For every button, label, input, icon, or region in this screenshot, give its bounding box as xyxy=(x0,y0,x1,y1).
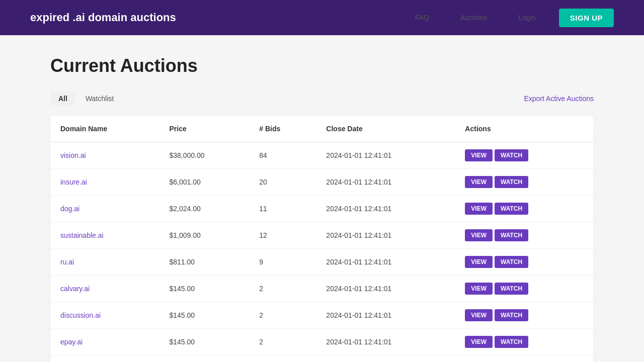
main-content: Current Auctions All Watchlist Export Ac… xyxy=(20,35,624,362)
price-cell: $145.00 xyxy=(159,276,250,302)
nav-faq[interactable]: FAQ xyxy=(407,11,437,25)
bids-cell: 84 xyxy=(249,142,316,169)
view-button[interactable]: VIEW xyxy=(465,309,493,321)
bids-cell: 2 xyxy=(249,355,316,363)
close-date-cell: 2024-01-01 12:41:01 xyxy=(316,169,455,196)
actions-cell: VIEWWATCH xyxy=(455,302,594,329)
bids-cell: 12 xyxy=(249,222,316,249)
table-row: insure.ai$6,001.00202024-01-01 12:41:01V… xyxy=(50,169,594,196)
nav-login[interactable]: Login xyxy=(511,11,544,25)
view-button[interactable]: VIEW xyxy=(465,283,493,295)
view-button[interactable]: VIEW xyxy=(465,336,493,348)
table-header: Domain Name Price # Bids Close Date Acti… xyxy=(50,116,594,142)
nav-auctions[interactable]: Auctions xyxy=(452,11,496,25)
close-date-cell: 2024-01-01 12:41:01 xyxy=(316,355,455,363)
price-cell: $6,001.00 xyxy=(159,169,250,196)
watch-button[interactable]: WATCH xyxy=(495,256,528,268)
domain-link[interactable]: calvary.ai xyxy=(60,285,90,293)
signup-button[interactable]: SIGN UP xyxy=(559,9,614,27)
filter-tabs: All Watchlist xyxy=(50,92,122,106)
watch-button[interactable]: WATCH xyxy=(495,309,528,321)
actions-cell: VIEWWATCH xyxy=(455,249,594,276)
price-cell: $145.00 xyxy=(159,329,250,355)
price-cell: $1,009.00 xyxy=(159,222,250,249)
watch-button[interactable]: WATCH xyxy=(495,229,528,241)
page-title: Current Auctions xyxy=(50,55,594,76)
col-domain: Domain Name xyxy=(50,116,159,142)
price-cell: $145.00 xyxy=(159,302,250,329)
actions-cell: VIEWWATCH xyxy=(455,355,594,363)
actions-cell: VIEWWATCH xyxy=(455,329,594,355)
actions-cell: VIEWWATCH xyxy=(455,196,594,222)
table-row: he.ai$145.0022024-01-01 12:41:01VIEWWATC… xyxy=(50,355,594,363)
actions-cell: VIEWWATCH xyxy=(455,222,594,249)
col-price: Price xyxy=(159,116,250,142)
table-row: epay.ai$145.0022024-01-01 12:41:01VIEWWA… xyxy=(50,329,594,355)
col-close-date: Close Date xyxy=(316,116,455,142)
domain-link[interactable]: ru.ai xyxy=(60,258,74,266)
site-header: expired .ai domain auctions FAQ Auctions… xyxy=(0,0,644,35)
view-button[interactable]: VIEW xyxy=(465,256,493,268)
close-date-cell: 2024-01-01 12:41:01 xyxy=(316,142,455,169)
export-auctions-link[interactable]: Export Active Auctions xyxy=(524,95,594,103)
table-row: dog.ai$2,024.00112024-01-01 12:41:01VIEW… xyxy=(50,196,594,222)
price-cell: $2,024.00 xyxy=(159,196,250,222)
col-actions: Actions xyxy=(455,116,594,142)
table-row: calvary.ai$145.0022024-01-01 12:41:01VIE… xyxy=(50,276,594,302)
auctions-table: Domain Name Price # Bids Close Date Acti… xyxy=(50,116,594,362)
domain-link[interactable]: discussion.ai xyxy=(60,311,101,319)
close-date-cell: 2024-01-01 12:41:01 xyxy=(316,276,455,302)
table-row: ru.ai$811.0092024-01-01 12:41:01VIEWWATC… xyxy=(50,249,594,276)
col-bids: # Bids xyxy=(249,116,316,142)
watch-button[interactable]: WATCH xyxy=(495,203,528,215)
price-cell: $145.00 xyxy=(159,355,250,363)
bids-cell: 2 xyxy=(249,329,316,355)
close-date-cell: 2024-01-01 12:41:01 xyxy=(316,329,455,355)
price-cell: $38,000.00 xyxy=(159,142,250,169)
watch-button[interactable]: WATCH xyxy=(495,283,528,295)
view-button[interactable]: VIEW xyxy=(465,176,493,188)
table-body: vision.ai$38,000.00842024-01-01 12:41:01… xyxy=(50,142,594,363)
close-date-cell: 2024-01-01 12:41:01 xyxy=(316,196,455,222)
bids-cell: 11 xyxy=(249,196,316,222)
main-nav: FAQ Auctions Login SIGN UP xyxy=(407,9,614,27)
domain-link[interactable]: dog.ai xyxy=(60,205,79,213)
tab-all[interactable]: All xyxy=(50,92,75,106)
domain-link[interactable]: sustainable.ai xyxy=(60,231,104,239)
price-cell: $811.00 xyxy=(159,249,250,276)
close-date-cell: 2024-01-01 12:41:01 xyxy=(316,222,455,249)
table-row: discussion.ai$145.0022024-01-01 12:41:01… xyxy=(50,302,594,329)
table-row: sustainable.ai$1,009.00122024-01-01 12:4… xyxy=(50,222,594,249)
domain-link[interactable]: insure.ai xyxy=(60,178,87,186)
actions-cell: VIEWWATCH xyxy=(455,276,594,302)
domain-link[interactable]: epay.ai xyxy=(60,338,83,346)
brand-logo: expired .ai domain auctions xyxy=(30,11,176,24)
watch-button[interactable]: WATCH xyxy=(495,176,528,188)
close-date-cell: 2024-01-01 12:41:01 xyxy=(316,302,455,329)
watch-button[interactable]: WATCH xyxy=(495,149,528,161)
watch-button[interactable]: WATCH xyxy=(495,336,528,348)
close-date-cell: 2024-01-01 12:41:01 xyxy=(316,249,455,276)
view-button[interactable]: VIEW xyxy=(465,203,493,215)
bids-cell: 2 xyxy=(249,276,316,302)
tabs-bar: All Watchlist Export Active Auctions xyxy=(50,92,594,106)
view-button[interactable]: VIEW xyxy=(465,149,493,161)
actions-cell: VIEWWATCH xyxy=(455,169,594,196)
auctions-table-container: Domain Name Price # Bids Close Date Acti… xyxy=(50,116,594,362)
actions-cell: VIEWWATCH xyxy=(455,142,594,169)
view-button[interactable]: VIEW xyxy=(465,229,493,241)
bids-cell: 2 xyxy=(249,302,316,329)
tab-watchlist[interactable]: Watchlist xyxy=(77,92,122,106)
table-row: vision.ai$38,000.00842024-01-01 12:41:01… xyxy=(50,142,594,169)
bids-cell: 20 xyxy=(249,169,316,196)
bids-cell: 9 xyxy=(249,249,316,276)
domain-link[interactable]: vision.ai xyxy=(60,151,86,159)
